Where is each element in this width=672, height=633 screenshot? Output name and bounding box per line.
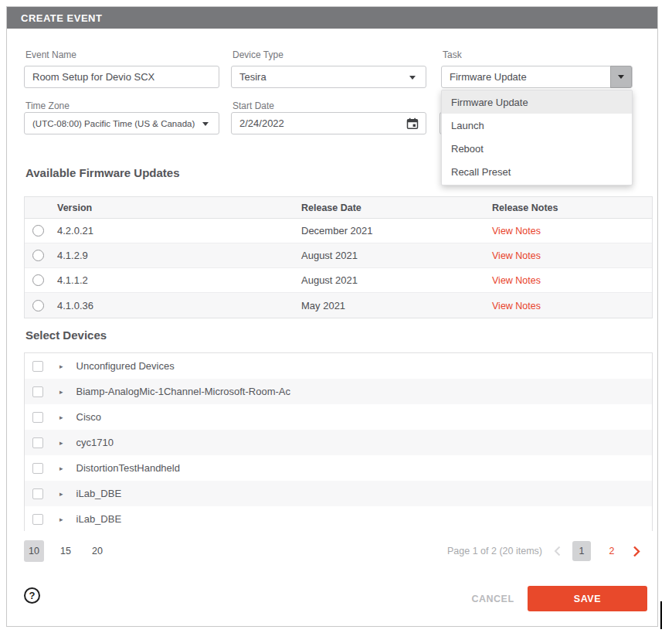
firmware-release-date: August 2021: [301, 274, 492, 286]
text-caret-artifact: [660, 601, 662, 629]
chevron-down-icon: [618, 75, 624, 79]
device-label: Unconfigured Devices: [76, 360, 175, 372]
start-date-value: 2/24/2022: [239, 117, 284, 129]
expand-arrow-icon[interactable]: ▸: [59, 465, 63, 472]
firmware-radio[interactable]: [32, 274, 44, 286]
device-row: ▸ Biamp-AnalogMic-1Channel-Microsoft-Roo…: [25, 379, 652, 404]
task-option-recall-preset[interactable]: Recall Preset: [442, 160, 632, 183]
screen: CREATE EVENT Event Name Device Type Tesi…: [0, 0, 672, 633]
device-checkbox[interactable]: [32, 488, 43, 499]
device-row: ▸ iLab_DBE: [25, 506, 652, 532]
firmware-row: 4.1.1.2 August 2021 View Notes: [25, 268, 652, 293]
device-checkbox[interactable]: [32, 412, 43, 423]
release-notes-column-header: Release Notes: [492, 202, 652, 213]
prev-page-icon[interactable]: [554, 546, 561, 556]
chevron-down-icon: [409, 76, 416, 80]
firmware-version: 4.1.1.2: [57, 274, 301, 286]
devices-section-heading: Select Devices: [25, 328, 107, 342]
release-date-column-header: Release Date: [301, 202, 492, 213]
event-name-input[interactable]: [24, 66, 219, 88]
device-type-select[interactable]: Tesira: [231, 66, 426, 88]
device-row: ▸ iLab_DBE: [25, 481, 652, 506]
dialog-title: CREATE EVENT: [21, 12, 102, 24]
page-size-selector: 10 15 20: [24, 540, 107, 562]
firmware-radio[interactable]: [32, 250, 44, 261]
device-label: Biamp-AnalogMic-1Channel-Microsoft-Room-…: [76, 386, 290, 397]
device-checkbox[interactable]: [32, 386, 43, 397]
task-option-reboot[interactable]: Reboot: [442, 137, 632, 160]
firmware-version: 4.1.2.9: [57, 250, 301, 261]
task-dropdown-button[interactable]: [610, 66, 632, 88]
task-dropdown-panel: Firmware Update Launch Reboot Recall Pre…: [441, 90, 633, 185]
expand-arrow-icon[interactable]: ▸: [59, 490, 63, 498]
next-page-icon[interactable]: [633, 546, 640, 557]
save-button[interactable]: SAVE: [528, 586, 647, 611]
device-checkbox[interactable]: [32, 361, 43, 372]
view-notes-link[interactable]: View Notes: [492, 250, 541, 261]
device-label: DistortionTestHandheld: [76, 462, 180, 474]
page-size-15[interactable]: 15: [56, 540, 76, 562]
create-event-dialog: CREATE EVENT Event Name Device Type Tesi…: [6, 6, 658, 627]
firmware-version: 4.2.0.21: [57, 225, 301, 237]
task-select[interactable]: Firmware Update: [441, 66, 633, 88]
page-size-20[interactable]: 20: [87, 540, 107, 562]
calendar-icon[interactable]: [406, 117, 419, 132]
page-size-10[interactable]: 10: [24, 540, 44, 562]
time-zone-label: Time Zone: [25, 100, 70, 111]
device-label: Cisco: [76, 411, 102, 423]
device-row: ▸ Unconfigured Devices: [25, 353, 652, 379]
device-checkbox[interactable]: [32, 463, 43, 474]
expand-arrow-icon[interactable]: ▸: [59, 439, 63, 447]
chevron-down-icon: [202, 122, 209, 126]
firmware-row: 4.2.0.21 December 2021 View Notes: [25, 219, 652, 243]
view-notes-link[interactable]: View Notes: [492, 226, 541, 237]
pager: Page 1 of 2 (20 items) 1 2: [447, 540, 640, 562]
firmware-table-header: Version Release Date Release Notes: [25, 197, 652, 219]
time-zone-select[interactable]: (UTC-08:00) Pacific Time (US & Canada): [24, 112, 219, 134]
task-option-launch[interactable]: Launch: [442, 114, 632, 137]
pager-status: Page 1 of 2 (20 items): [447, 546, 542, 556]
expand-arrow-icon[interactable]: ▸: [59, 362, 63, 370]
device-type-label: Device Type: [232, 49, 283, 60]
firmware-release-date: May 2021: [301, 300, 492, 311]
device-checkbox[interactable]: [32, 437, 43, 448]
dialog-titlebar: CREATE EVENT: [7, 7, 657, 29]
firmware-row: 4.1.0.36 May 2021 View Notes: [25, 293, 652, 318]
version-column-header: Version: [57, 202, 301, 213]
firmware-release-date: December 2021: [301, 225, 492, 237]
firmware-radio[interactable]: [32, 300, 44, 311]
help-button[interactable]: ?: [24, 587, 40, 604]
view-notes-link[interactable]: View Notes: [492, 301, 541, 311]
firmware-row: 4.1.2.9 August 2021 View Notes: [25, 243, 652, 268]
firmware-version: 4.1.0.36: [57, 300, 301, 311]
device-checkbox[interactable]: [32, 514, 43, 525]
task-label: Task: [443, 49, 462, 60]
cancel-button[interactable]: CANCEL: [469, 586, 517, 611]
page-button-1[interactable]: 1: [572, 541, 591, 561]
event-name-label: Event Name: [25, 49, 76, 60]
start-date-label: Start Date: [232, 100, 274, 111]
expand-arrow-icon[interactable]: ▸: [59, 516, 63, 523]
task-option-firmware-update[interactable]: Firmware Update: [442, 90, 632, 114]
device-row: ▸ cyc1710: [25, 430, 652, 455]
page-button-2[interactable]: 2: [602, 541, 621, 561]
device-label: iLab_DBE: [76, 488, 122, 499]
device-label: cyc1710: [76, 437, 114, 448]
device-list: ▸ Unconfigured Devices ▸ Biamp-AnalogMic…: [24, 352, 653, 531]
time-zone-value: (UTC-08:00) Pacific Time (US & Canada): [32, 119, 212, 128]
firmware-release-date: August 2021: [301, 250, 492, 261]
firmware-section-heading: Available Firmware Updates: [25, 166, 180, 179]
firmware-table: Version Release Date Release Notes 4.2.0…: [24, 196, 653, 318]
task-value: Firmware Update: [450, 71, 527, 83]
firmware-radio[interactable]: [32, 225, 44, 237]
device-row: ▸ Cisco: [25, 404, 652, 430]
expand-arrow-icon[interactable]: ▸: [59, 388, 63, 396]
view-notes-link[interactable]: View Notes: [492, 275, 541, 286]
device-label: iLab_DBE: [76, 513, 122, 525]
expand-arrow-icon[interactable]: ▸: [59, 413, 63, 421]
device-row: ▸ DistortionTestHandheld: [25, 455, 652, 481]
start-date-input[interactable]: 2/24/2022: [231, 112, 426, 134]
device-type-value: Tesira: [239, 71, 266, 83]
